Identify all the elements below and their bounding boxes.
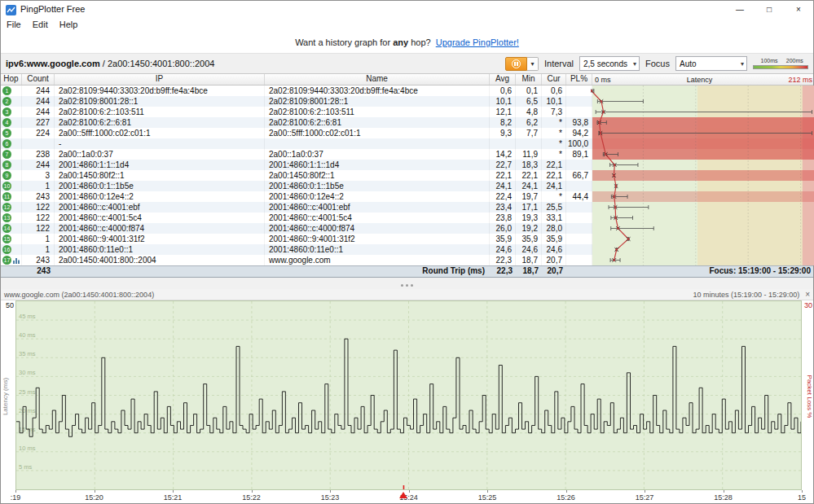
upgrade-link[interactable]: Upgrade PingPlotter! bbox=[436, 37, 519, 47]
trace-row-hop-9[interactable]: 932a00:1450:80f2::12a00:1450:80f2::122,1… bbox=[1, 170, 813, 181]
trace-row-hop-11[interactable]: 112432001:4860:0:12e4::22001:4860:0:12e4… bbox=[1, 191, 813, 202]
y-axis-max-label: 50 bbox=[2, 301, 14, 309]
pause-resume-button[interactable]: ▾ bbox=[505, 57, 539, 71]
column-header-hop[interactable]: Hop bbox=[1, 74, 22, 85]
trace-row-hop-3[interactable]: 32442a02:8100:6:2::103:5112a02:8100:6:2:… bbox=[1, 107, 813, 117]
pl-cell bbox=[566, 181, 592, 191]
trace-row-hop-4[interactable]: 42272a02:8100:6:2::6:812a02:8100:6:2::6:… bbox=[1, 117, 813, 128]
trace-row-hop-15[interactable]: 1512001:4860::9:4001:31f22001:4860::9:40… bbox=[1, 234, 813, 244]
min-cell: 6,5 bbox=[516, 96, 542, 107]
cur-cell: 25,5 bbox=[542, 202, 566, 213]
name-cell: 2a02:8100:6:2::6:81 bbox=[265, 117, 490, 128]
ip-cell: 2a00:1450:80f2::1 bbox=[55, 170, 265, 181]
column-header-pl[interactable]: PL% bbox=[566, 74, 592, 85]
avg-cell: 24,6 bbox=[490, 244, 516, 255]
menu-help[interactable]: Help bbox=[54, 20, 84, 29]
menu-file[interactable]: File bbox=[1, 20, 27, 29]
pane-splitter[interactable] bbox=[1, 278, 813, 289]
ip-cell: 2a02:8100:6:2::103:511 bbox=[55, 107, 265, 117]
hop-cell: 10 bbox=[1, 181, 22, 191]
loss-axis-max-label: 30 bbox=[804, 301, 812, 309]
cur-cell: 7,3 bbox=[542, 107, 566, 117]
window-title: PingPlotter Free bbox=[20, 4, 85, 14]
trace-row-hop-1[interactable]: 12442a02:8109:9440:3303:20d:b9ff:fe4a:4b… bbox=[1, 85, 813, 96]
latency-graph-cell bbox=[592, 244, 814, 255]
trace-row-hop-17[interactable]: 172432a00:1450:4001:800::2004www.google.… bbox=[1, 255, 813, 265]
minimize-button[interactable]: — bbox=[725, 1, 755, 17]
column-header-count[interactable]: Count bbox=[22, 74, 55, 85]
trace-row-hop-6[interactable]: 6-*100,0 bbox=[1, 138, 813, 149]
avg-cell: 23,4 bbox=[490, 202, 516, 213]
name-cell: 2001:4860::c:4000:f874 bbox=[265, 223, 490, 234]
close-button[interactable]: × bbox=[784, 1, 813, 17]
count-cell: 244 bbox=[22, 85, 55, 96]
footer-pl-spacer bbox=[566, 266, 592, 277]
trace-row-hop-5[interactable]: 52242a00::5fff:1000:c02:c01:12a00::5fff:… bbox=[1, 128, 813, 138]
banner-text-2: hop? bbox=[408, 37, 433, 47]
count-cell: 244 bbox=[22, 160, 55, 170]
latency-graph-cell bbox=[592, 255, 814, 265]
trace-row-hop-10[interactable]: 1012001:4860:0:1::1b5e2001:4860:0:1::1b5… bbox=[1, 181, 813, 191]
min-cell: 24,6 bbox=[516, 244, 542, 255]
avg-cell: 0,6 bbox=[490, 85, 516, 96]
latency-graph-cell bbox=[592, 149, 814, 160]
footer-avg: 22,3 bbox=[490, 266, 516, 277]
timeline-plot-svg bbox=[16, 301, 801, 489]
packet-loss-bar bbox=[592, 117, 814, 128]
cur-cell: 22,1 bbox=[542, 160, 566, 170]
trace-row-hop-12[interactable]: 121222001:4860::c:4001:ebf2001:4860::c:4… bbox=[1, 202, 813, 213]
hop-number-badge: 16 bbox=[2, 245, 11, 254]
trace-row-hop-2[interactable]: 22442a02:8109:8001:28::12a02:8109:8001:2… bbox=[1, 96, 813, 107]
ip-cell: - bbox=[55, 138, 265, 149]
column-header-avg[interactable]: Avg bbox=[490, 74, 516, 85]
pl-cell bbox=[566, 213, 592, 223]
column-header-ip[interactable]: IP bbox=[55, 74, 265, 85]
count-cell: 3 bbox=[22, 170, 55, 181]
hop-number-badge: 4 bbox=[2, 118, 11, 127]
menu-edit[interactable]: Edit bbox=[27, 20, 54, 29]
hop-number-badge: 17 bbox=[2, 256, 11, 265]
x-axis-tick bbox=[252, 490, 253, 493]
min-cell: 7,7 bbox=[516, 128, 542, 138]
trace-row-hop-8[interactable]: 82442001:4860:1:1::1d42001:4860:1:1::1d4… bbox=[1, 160, 813, 170]
maximize-button[interactable]: □ bbox=[755, 1, 784, 17]
count-cell: 122 bbox=[22, 213, 55, 223]
timeline-header: www.google.com (2a00:1450:4001:800::2004… bbox=[1, 289, 813, 300]
cur-cell: 28,0 bbox=[542, 223, 566, 234]
timeline-plot[interactable]: 5 ms10 ms15 ms20 ms25 ms30 ms35 ms40 ms4… bbox=[15, 300, 802, 490]
pl-cell bbox=[566, 85, 592, 96]
hop-number-badge: 2 bbox=[2, 97, 11, 106]
trace-row-hop-7[interactable]: 72382a00::1a0:0:372a00::1a0:0:3714,211,9… bbox=[1, 149, 813, 160]
pause-dropdown-caret-icon[interactable]: ▾ bbox=[527, 57, 539, 71]
x-axis-tick bbox=[724, 490, 724, 493]
trace-controls: ▾ Interval 2,5 seconds ▾ Focus Auto ▾ 10… bbox=[505, 55, 808, 72]
trace-table-footer: 243 Round Trip (ms) 22,3 18,7 20,7 Focus… bbox=[1, 265, 813, 278]
chevron-down-icon: ▾ bbox=[736, 60, 744, 68]
latency-graph-cell bbox=[592, 138, 814, 149]
ip-cell: 2a00::5fff:1000:c02:c01:1 bbox=[55, 128, 265, 138]
column-header-min[interactable]: Min bbox=[516, 74, 542, 85]
interval-select[interactable]: 2,5 seconds ▾ bbox=[579, 56, 640, 71]
latency-color-legend: 100ms 200ms bbox=[753, 55, 808, 72]
column-header-cur[interactable]: Cur bbox=[542, 74, 566, 85]
x-axis-label: 15:26 bbox=[557, 493, 575, 502]
pl-cell: 89,1 bbox=[566, 149, 592, 160]
latency-graph-cell bbox=[592, 191, 814, 202]
trace-row-hop-14[interactable]: 141222001:4860::c:4000:f8742001:4860::c:… bbox=[1, 223, 813, 234]
ip-cell: 2a02:8109:9440:3303:20d:b9ff:fe4a:4bce bbox=[55, 85, 265, 96]
hop-cell: 6 bbox=[1, 138, 22, 149]
min-cell: 4,8 bbox=[516, 107, 542, 117]
drag-dot-icon bbox=[406, 284, 408, 287]
column-header-name[interactable]: Name bbox=[265, 74, 490, 85]
min-cell: 19,7 bbox=[516, 191, 542, 202]
close-graph-button[interactable]: × bbox=[805, 291, 810, 299]
footer-count: 243 bbox=[22, 266, 55, 277]
focus-select[interactable]: Auto ▾ bbox=[675, 56, 747, 71]
pl-cell: 93,8 bbox=[566, 117, 592, 128]
hop-number-badge: 5 bbox=[2, 129, 11, 138]
trace-row-hop-13[interactable]: 131222001:4860::c:4001:5c42001:4860::c:4… bbox=[1, 213, 813, 223]
trace-row-hop-16[interactable]: 1612001:4860:0:11e0::12001:4860:0:11e0::… bbox=[1, 244, 813, 255]
legend-200ms-label: 200ms bbox=[786, 58, 803, 64]
ip-cell: 2a02:8109:8001:28::1 bbox=[55, 96, 265, 107]
hop-cell: 15 bbox=[1, 234, 22, 244]
